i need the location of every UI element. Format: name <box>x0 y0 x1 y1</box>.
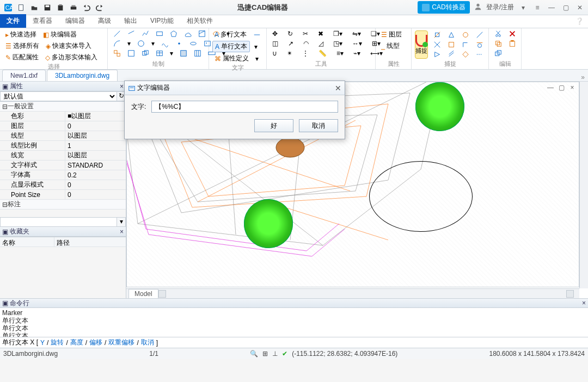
dropdown-icon[interactable]: ▾ <box>125 39 133 48</box>
panel-close-icon[interactable]: × <box>582 299 586 307</box>
explode-icon[interactable]: ✴ <box>285 49 295 58</box>
snap-cen-icon[interactable] <box>460 30 471 39</box>
tab-editor[interactable]: 编辑器 <box>59 14 91 28</box>
panel-toggle-icon[interactable]: ▣ <box>2 299 8 307</box>
panel-close-icon[interactable]: × <box>120 83 124 90</box>
arc-icon[interactable] <box>111 39 123 48</box>
erase-icon[interactable]: ✖ <box>316 29 326 38</box>
panel-close-icon[interactable]: × <box>120 228 124 236</box>
login-link[interactable]: 登录/注册 <box>486 3 514 12</box>
layer-button[interactable]: ☰图层 <box>379 29 408 40</box>
line-icon[interactable] <box>111 29 123 38</box>
tab-file[interactable]: 文件 <box>0 14 26 28</box>
scroll-left-icon[interactable] <box>158 290 166 298</box>
dropdown-icon[interactable]: ▾ <box>149 39 157 48</box>
ray-icon[interactable] <box>125 29 137 38</box>
copy-icon[interactable]: ❐▾ <box>331 29 345 38</box>
multitext-button[interactable]: A多行文本 <box>212 29 249 40</box>
ellipse2-icon[interactable] <box>187 39 199 48</box>
undo-icon[interactable] <box>82 3 91 13</box>
snap-int-icon[interactable] <box>431 40 443 49</box>
toolbox-icon[interactable]: ≡ <box>532 3 542 13</box>
scale-icon[interactable]: ◳▾ <box>331 39 345 48</box>
cmd-opt-height[interactable]: 高度 <box>70 338 83 347</box>
hatch-icon[interactable] <box>196 29 208 38</box>
circle-icon[interactable] <box>135 39 147 48</box>
dropdown-icon[interactable]: ▾ <box>518 3 528 13</box>
dropdown-icon[interactable]: ▾ <box>253 54 261 63</box>
snap-par-icon[interactable] <box>445 50 457 59</box>
snap-near-icon[interactable] <box>431 50 443 59</box>
doctab-overflow-icon[interactable]: » <box>578 73 588 81</box>
polygon-icon[interactable] <box>168 29 180 38</box>
dialog-ok-button[interactable]: 好 <box>254 119 293 132</box>
select-all-button[interactable]: ☰选择所有 <box>3 41 41 51</box>
delete-icon[interactable] <box>506 29 518 38</box>
cut-icon[interactable] <box>492 29 504 38</box>
copy2-icon[interactable] <box>492 39 504 48</box>
view-min-icon[interactable]: — <box>546 83 555 93</box>
status-zoom-icon[interactable]: 🔍 <box>250 350 258 358</box>
doctab-new1[interactable]: New1.dxf <box>2 70 46 81</box>
tab-vip[interactable]: VIP功能 <box>144 14 180 28</box>
view-max-icon[interactable]: ▢ <box>556 83 566 93</box>
cloud-icon[interactable] <box>182 29 194 38</box>
measure-icon[interactable]: 📏 <box>316 49 329 58</box>
cmd-opt-offset[interactable]: 偏移 <box>89 338 102 347</box>
dialog-titlebar[interactable]: 文字编辑器 ✕ <box>125 81 345 95</box>
paste2-icon[interactable] <box>506 39 518 48</box>
quick-select-button[interactable]: ▸快速选择 <box>3 29 39 40</box>
dialog-close-icon[interactable]: ✕ <box>335 84 341 93</box>
cmd-log[interactable]: Marker 单行文本 单行文本 单行文本 <box>0 308 588 337</box>
panel-toggle-icon[interactable]: ▣ <box>2 228 8 236</box>
help-icon[interactable]: ❔ <box>575 17 584 25</box>
new-icon[interactable] <box>16 3 26 13</box>
cmd-opt-doffset[interactable]: 双重偏移 <box>108 338 134 347</box>
tab-advanced[interactable]: 高级 <box>91 14 118 28</box>
model-tab[interactable]: Model <box>128 289 158 299</box>
props-filter-dropdown-icon[interactable]: ▾ <box>117 217 126 227</box>
view-close-icon[interactable]: × <box>567 83 577 93</box>
spline-icon[interactable] <box>159 39 171 48</box>
snap-end-icon[interactable] <box>431 30 443 39</box>
tab-related[interactable]: 相关软件 <box>180 14 219 28</box>
chamfer-icon[interactable]: ◿ <box>316 39 326 48</box>
scroll-right-icon[interactable] <box>566 290 574 298</box>
tab-output[interactable]: 输出 <box>118 14 144 28</box>
offset-icon[interactable]: ◫ <box>270 39 280 48</box>
tab-viewer[interactable]: 查看器 <box>26 14 59 28</box>
move-icon[interactable]: ✥ <box>270 29 280 38</box>
point-icon[interactable] <box>173 39 185 48</box>
save-icon[interactable] <box>42 3 52 13</box>
cmd-input-line[interactable]: 单行文本 X [ Y / 旋转 / 高度 / 偏移 / 双重偏移 / 取消 ] <box>0 337 588 348</box>
join-icon[interactable]: ∪ <box>270 49 279 58</box>
block-editor-button[interactable]: ◧块编辑器 <box>41 29 79 40</box>
open-icon[interactable] <box>29 3 39 13</box>
redo-icon[interactable] <box>95 3 105 13</box>
break-icon[interactable]: ⌁▾ <box>351 49 363 58</box>
divide-icon[interactable]: ⋮ <box>300 49 311 58</box>
copy3-icon[interactable] <box>492 49 504 58</box>
snap-node-icon[interactable] <box>474 30 486 39</box>
align-icon[interactable]: ≡▾ <box>334 49 346 58</box>
fillet-icon[interactable]: ◠ <box>301 39 311 48</box>
mirror-icon[interactable]: ⇋▾ <box>350 29 363 38</box>
print-icon[interactable] <box>69 3 78 13</box>
props-entity-select[interactable]: 默认值 <box>0 91 117 101</box>
close-icon[interactable]: ✕ <box>575 3 585 13</box>
fast-entity-import-button[interactable]: ◈快速实体导入 <box>44 41 94 51</box>
cmd-opt-cancel[interactable]: 取消 <box>141 338 154 347</box>
scrollbar-vertical[interactable] <box>579 82 588 288</box>
status-snap-icon[interactable]: ✔ <box>282 350 287 358</box>
extend-icon[interactable]: ↗ <box>286 39 296 48</box>
polyline-icon[interactable] <box>139 29 151 38</box>
poly-entity-input-button[interactable]: ◇多边形实体输入 <box>43 52 100 63</box>
dim-icon[interactable] <box>251 30 263 39</box>
props-filter-input[interactable] <box>0 217 117 227</box>
props-section-general[interactable]: ⊟ 一般设置 <box>0 102 126 112</box>
paste-icon[interactable] <box>56 3 65 13</box>
grid-icon[interactable] <box>192 49 204 58</box>
group-icon[interactable] <box>139 49 151 58</box>
maximize-icon[interactable]: ▢ <box>561 3 571 13</box>
scrollbar-horizontal[interactable]: Model <box>126 288 579 298</box>
